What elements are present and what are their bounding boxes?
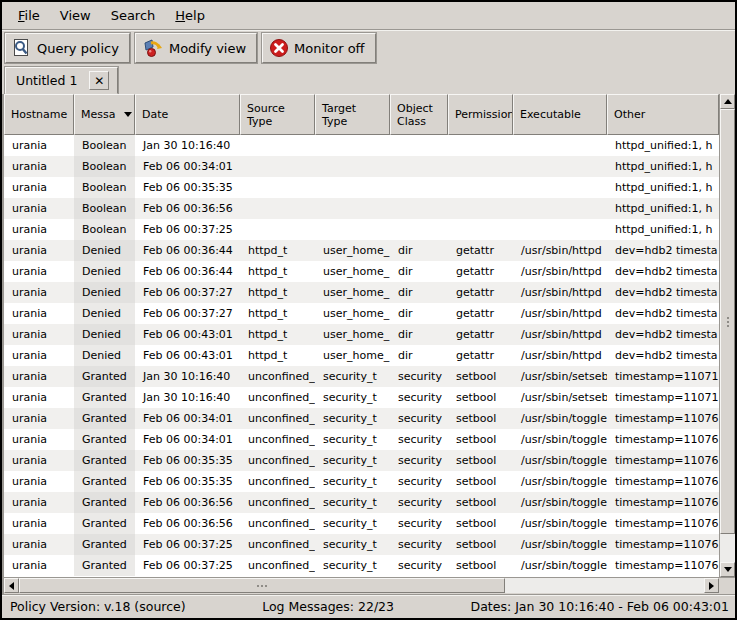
cell-executable: /usr/sbin/httpd bbox=[513, 345, 607, 366]
menu-file[interactable]: File bbox=[8, 4, 50, 27]
log-table: HostnameMessaDateSource TypeTarget TypeO… bbox=[4, 94, 719, 577]
query-policy-button[interactable]: Query policy bbox=[5, 33, 130, 63]
table-row[interactable]: uraniaDeniedFeb 06 00:43:01httpd_tuser_h… bbox=[4, 345, 719, 366]
table-row[interactable]: uraniaBooleanFeb 06 00:37:25httpd_unifie… bbox=[4, 219, 719, 240]
vertical-scroll-thumb[interactable] bbox=[720, 109, 735, 534]
thumb-grip-icon bbox=[261, 585, 263, 587]
thumb-grip-icon bbox=[727, 321, 729, 323]
modify-view-label: Modify view bbox=[169, 41, 246, 56]
menu-help[interactable]: Help bbox=[165, 4, 215, 27]
cell-source_type: httpd_t bbox=[240, 345, 315, 366]
cell-permission bbox=[448, 219, 513, 240]
cell-source_type bbox=[240, 198, 315, 219]
column-header-hostname[interactable]: Hostname bbox=[4, 94, 74, 135]
horizontal-scroll-thumb[interactable] bbox=[19, 578, 505, 593]
cell-date: Feb 06 00:36:56 bbox=[135, 198, 240, 219]
horizontal-scroll-track[interactable] bbox=[19, 578, 704, 593]
cell-object_class: security bbox=[390, 534, 448, 555]
cell-permission: getattr bbox=[448, 261, 513, 282]
table-row[interactable]: uraniaDeniedFeb 06 00:37:27httpd_tuser_h… bbox=[4, 303, 719, 324]
monitor-off-button[interactable]: Monitor off bbox=[262, 33, 375, 63]
column-header-date[interactable]: Date bbox=[135, 94, 240, 135]
cell-date: Jan 30 10:16:40 bbox=[135, 387, 240, 408]
column-header-other[interactable]: Other bbox=[607, 94, 719, 135]
tab-untitled-1[interactable]: Untitled 1 ✕ bbox=[5, 67, 118, 94]
table-row[interactable]: uraniaGrantedFeb 06 00:34:01unconfined_s… bbox=[4, 429, 719, 450]
table-row[interactable]: uraniaGrantedJan 30 10:16:40unconfined_s… bbox=[4, 366, 719, 387]
table-row[interactable]: uraniaGrantedJan 30 10:16:40unconfined_s… bbox=[4, 387, 719, 408]
cell-object_class bbox=[390, 177, 448, 198]
cell-hostname: urania bbox=[4, 135, 74, 156]
cell-executable: /usr/sbin/httpd bbox=[513, 282, 607, 303]
column-header-executable[interactable]: Executable bbox=[513, 94, 607, 135]
table-row[interactable]: uraniaBooleanFeb 06 00:36:56httpd_unifie… bbox=[4, 198, 719, 219]
cell-message: Denied bbox=[74, 324, 135, 345]
cell-executable: /usr/sbin/httpd bbox=[513, 324, 607, 345]
cell-hostname: urania bbox=[4, 303, 74, 324]
arrow-right-icon bbox=[709, 582, 714, 590]
cell-target_type: user_home_ bbox=[315, 261, 390, 282]
column-header-permission[interactable]: Permission bbox=[448, 94, 513, 135]
cell-object_class: security bbox=[390, 408, 448, 429]
cell-other: dev=hdb2 timesta bbox=[607, 240, 719, 261]
cell-executable bbox=[513, 156, 607, 177]
cell-hostname: urania bbox=[4, 261, 74, 282]
table-row[interactable]: uraniaGrantedFeb 06 00:37:25unconfined_s… bbox=[4, 534, 719, 555]
vertical-scroll-track[interactable] bbox=[720, 109, 735, 562]
cell-executable bbox=[513, 219, 607, 240]
cell-source_type bbox=[240, 135, 315, 156]
cell-message: Boolean bbox=[74, 135, 135, 156]
table-row[interactable]: uraniaDeniedFeb 06 00:37:27httpd_tuser_h… bbox=[4, 282, 719, 303]
table-row[interactable]: uraniaGrantedFeb 06 00:36:56unconfined_s… bbox=[4, 513, 719, 534]
cell-other: timestamp=11076 bbox=[607, 471, 719, 492]
cell-permission bbox=[448, 177, 513, 198]
column-header-message[interactable]: Messa bbox=[74, 94, 135, 135]
vertical-scrollbar[interactable] bbox=[719, 94, 735, 577]
cell-object_class: security bbox=[390, 387, 448, 408]
table-row[interactable]: uraniaBooleanJan 30 10:16:40httpd_unifie… bbox=[4, 135, 719, 156]
cell-date: Feb 06 00:36:44 bbox=[135, 240, 240, 261]
cell-target_type: security_t bbox=[315, 429, 390, 450]
cell-hostname: urania bbox=[4, 534, 74, 555]
scroll-right-button[interactable] bbox=[704, 578, 719, 593]
column-label: Permission bbox=[455, 108, 513, 121]
cell-object_class bbox=[390, 219, 448, 240]
column-header-target_type[interactable]: Target Type bbox=[315, 94, 390, 135]
table-row[interactable]: uraniaGrantedFeb 06 00:35:35unconfined_s… bbox=[4, 471, 719, 492]
table-row[interactable]: uraniaGrantedFeb 06 00:35:35unconfined_s… bbox=[4, 450, 719, 471]
menu-view[interactable]: View bbox=[50, 4, 101, 27]
cell-other: httpd_unified:1, h bbox=[607, 135, 719, 156]
table-row[interactable]: uraniaDeniedFeb 06 00:36:44httpd_tuser_h… bbox=[4, 261, 719, 282]
scroll-left-button[interactable] bbox=[4, 578, 19, 593]
modify-view-button[interactable]: Modify view bbox=[135, 33, 257, 63]
column-label: Messa bbox=[81, 108, 115, 121]
cell-date: Feb 06 00:34:01 bbox=[135, 408, 240, 429]
cell-target_type bbox=[315, 135, 390, 156]
table-row[interactable]: uraniaDeniedFeb 06 00:43:01httpd_tuser_h… bbox=[4, 324, 719, 345]
cell-executable: /usr/sbin/toggle bbox=[513, 555, 607, 576]
tab-close-button[interactable]: ✕ bbox=[89, 71, 109, 90]
table-row[interactable]: uraniaGrantedFeb 06 00:37:25unconfined_s… bbox=[4, 555, 719, 576]
cell-executable: /usr/sbin/toggle bbox=[513, 429, 607, 450]
horizontal-scrollbar[interactable] bbox=[4, 577, 719, 593]
cell-message: Denied bbox=[74, 240, 135, 261]
cell-target_type: security_t bbox=[315, 408, 390, 429]
column-header-source_type[interactable]: Source Type bbox=[240, 94, 315, 135]
cell-executable: /usr/sbin/httpd bbox=[513, 261, 607, 282]
scroll-down-button[interactable] bbox=[720, 562, 735, 577]
cell-source_type: unconfined_ bbox=[240, 555, 315, 576]
cell-hostname: urania bbox=[4, 429, 74, 450]
table-header: HostnameMessaDateSource TypeTarget TypeO… bbox=[4, 94, 719, 135]
scroll-up-button[interactable] bbox=[720, 94, 735, 109]
cell-target_type: security_t bbox=[315, 387, 390, 408]
table-row[interactable]: uraniaDeniedFeb 06 00:36:44httpd_tuser_h… bbox=[4, 240, 719, 261]
table-row[interactable]: uraniaBooleanFeb 06 00:34:01httpd_unifie… bbox=[4, 156, 719, 177]
table-row[interactable]: uraniaGrantedFeb 06 00:34:01unconfined_s… bbox=[4, 408, 719, 429]
table-row[interactable]: uraniaGrantedFeb 06 00:36:56unconfined_s… bbox=[4, 492, 719, 513]
menu-search[interactable]: Search bbox=[101, 4, 166, 27]
cell-message: Boolean bbox=[74, 198, 135, 219]
table-row[interactable]: uraniaBooleanFeb 06 00:35:35httpd_unifie… bbox=[4, 177, 719, 198]
cell-date: Feb 06 00:37:25 bbox=[135, 219, 240, 240]
column-header-object_class[interactable]: Object Class bbox=[390, 94, 448, 135]
cell-message: Granted bbox=[74, 450, 135, 471]
